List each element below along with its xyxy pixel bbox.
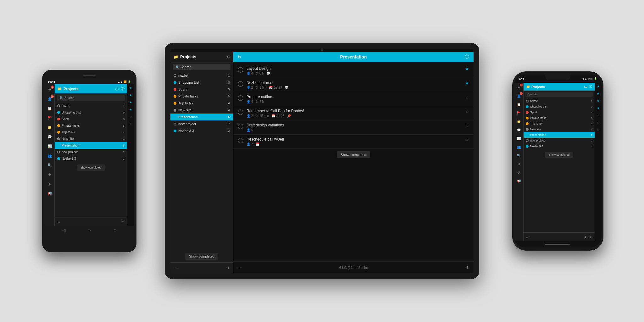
android-icon-inbox[interactable]: 👤4	[46, 96, 53, 103]
star-2[interactable]: ★	[129, 93, 132, 97]
task-circle[interactable]	[238, 124, 243, 129]
task-star[interactable]: ★	[465, 80, 469, 86]
task-star[interactable]: ☆	[465, 123, 469, 128]
android-icon-tasks[interactable]: 📋	[46, 105, 53, 112]
iphone-project-item[interactable]: Private tasks5	[524, 115, 595, 121]
task-star[interactable]: ★	[465, 66, 469, 71]
iphone-star-4[interactable]: ★	[597, 106, 600, 110]
iphone-icon-starred[interactable]: ★9	[516, 84, 522, 91]
iphone-icon-flag[interactable]: 🚩	[516, 110, 522, 116]
iphone-add2-button[interactable]: +	[589, 234, 592, 240]
task-item[interactable]: Draft design variations👤 5☆	[233, 120, 474, 135]
footer-more-button[interactable]: ···	[238, 265, 242, 270]
android-icon-projects[interactable]: 📁	[46, 124, 53, 131]
iphone-icon-projects[interactable]: 📁	[516, 118, 522, 125]
task-circle[interactable]	[238, 67, 243, 73]
android-icon-stats[interactable]: 📊	[46, 143, 53, 150]
task-star[interactable]: ☆	[465, 109, 469, 114]
android-project-item[interactable]: Presentation6	[55, 142, 127, 149]
iphone-icon-stats[interactable]: 📊	[516, 135, 522, 142]
iphone-project-item[interactable]: Nozbe 3.33	[524, 143, 595, 149]
task-item[interactable]: Nozbe features👤 2⏱ 1.5 h📅 Jul 29💬★	[233, 78, 474, 92]
refresh-icon[interactable]: ↻	[238, 54, 242, 59]
iphone-add-button[interactable]: +	[584, 234, 587, 240]
iphone-icon-inbox[interactable]: 👤4	[516, 93, 522, 99]
android-project-item[interactable]: New site4	[55, 136, 127, 142]
android-icon-settings[interactable]: ⚙	[46, 171, 53, 178]
iphone-star-7[interactable]: ☆	[597, 128, 600, 131]
star-1[interactable]: ★	[129, 86, 132, 90]
task-circle[interactable]	[238, 95, 243, 101]
android-tag-icon[interactable]: 🏷	[115, 87, 119, 91]
iphone-icon-search[interactable]: 🔍	[516, 152, 522, 158]
iphone-project-item[interactable]: Trip to NY4	[524, 121, 595, 126]
task-item[interactable]: Reschedule call w/Jeff👤 2📅☆	[233, 135, 474, 149]
sidebar-project-item[interactable]: Private tasks5	[170, 93, 233, 100]
show-completed-button[interactable]: Show completed	[185, 253, 218, 260]
iphone-project-item[interactable]: Sport3	[524, 109, 595, 115]
iphone-project-item[interactable]: nozbe1	[524, 98, 595, 104]
android-icon-flag[interactable]: 🚩	[46, 114, 53, 121]
sidebar-project-item[interactable]: Trip to NY4	[170, 100, 233, 107]
android-project-item[interactable]: new project7	[55, 149, 127, 155]
back-button[interactable]: ◁	[63, 228, 65, 232]
android-info-icon[interactable]: ⓘ	[121, 86, 125, 92]
iphone-info-icon[interactable]: ⓘ	[589, 84, 592, 89]
iphone-project-item[interactable]: new project7	[524, 138, 595, 143]
sidebar-project-item[interactable]: Nozbe 3.33	[170, 127, 233, 134]
android-project-item[interactable]: Sport3	[55, 116, 127, 122]
iphone-project-item[interactable]: Presentation6	[524, 132, 595, 138]
star-6[interactable]: ☆	[129, 122, 132, 126]
add-project-button[interactable]: +	[227, 265, 230, 271]
iphone-project-item[interactable]: New site4	[524, 126, 595, 132]
task-item[interactable]: Prepare outline👤 4⏱ 2 h☆	[233, 92, 474, 106]
task-circle[interactable]	[238, 138, 243, 143]
iphone-star-5[interactable]: ☆	[597, 114, 600, 117]
iphone-project-item[interactable]: Shopping List9	[524, 104, 595, 109]
task-circle[interactable]	[238, 81, 243, 87]
android-search[interactable]: 🔍 Search	[57, 95, 125, 101]
iphone-star-2[interactable]: ★	[597, 92, 600, 95]
sidebar-project-item[interactable]: nozbe1	[170, 72, 233, 79]
info-icon[interactable]: ⓘ	[465, 54, 469, 60]
android-project-item[interactable]: Shopping List9	[55, 109, 127, 116]
task-item[interactable]: Layout Design👤 4⏱ 8 h💬★	[233, 64, 474, 78]
android-project-item[interactable]: Trip to NY4	[55, 129, 127, 136]
star-5[interactable]: ☆	[129, 115, 132, 119]
android-project-item[interactable]: Nozbe 3.33	[55, 155, 127, 162]
android-more-button[interactable]: ···	[57, 219, 61, 224]
more-button[interactable]: ···	[174, 265, 178, 271]
iphone-search[interactable]: Search	[525, 92, 593, 97]
sidebar-project-item[interactable]: Presentation6	[170, 114, 233, 120]
android-add-button[interactable]: +	[122, 219, 125, 224]
task-star[interactable]: ☆	[465, 137, 469, 142]
sidebar-project-item[interactable]: New site4	[170, 107, 233, 114]
task-circle[interactable]	[238, 109, 243, 115]
star-4[interactable]: ★	[129, 108, 132, 111]
android-icon-announcements[interactable]: 📢	[46, 190, 53, 197]
iphone-tag-icon[interactable]: 🏷	[584, 85, 587, 89]
sidebar-project-item[interactable]: Sport3	[170, 86, 233, 93]
tablet-show-completed-button[interactable]: Show completed	[337, 151, 370, 158]
android-project-item[interactable]: nozbe1	[55, 103, 127, 109]
android-icon-team[interactable]: 👥	[46, 152, 53, 159]
iphone-icon-billing[interactable]: $	[516, 169, 522, 175]
iphone-icon-chat[interactable]: 💬	[516, 127, 522, 133]
iphone-star-6[interactable]: ☆	[597, 121, 600, 124]
android-icon-chat[interactable]: 💬	[46, 133, 53, 140]
android-icon-search[interactable]: 🔍	[46, 162, 53, 169]
iphone-more-button[interactable]: ···	[526, 235, 529, 239]
iphone-icon-announcements[interactable]: 📢	[516, 178, 522, 184]
task-item[interactable]: Remember to Call Ben for Photos!👤 2⏱ 15 …	[233, 106, 474, 120]
iphone-star-1[interactable]: ★	[597, 85, 600, 88]
recent-button[interactable]: □	[114, 228, 116, 232]
sidebar-project-item[interactable]: new project7	[170, 120, 233, 127]
iphone-star-3[interactable]: ★	[597, 99, 600, 103]
android-project-item[interactable]: Private tasks5	[55, 122, 127, 129]
sidebar-search[interactable]: 🔍 Search	[173, 64, 230, 70]
sidebar-project-item[interactable]: Shopping List9	[170, 79, 233, 86]
iphone-icon-settings[interactable]: ⚙	[516, 161, 522, 167]
android-show-completed-button[interactable]: Show completed	[77, 164, 105, 171]
iphone-show-completed-button[interactable]: Show completed	[545, 152, 574, 158]
star-3[interactable]: ★	[129, 101, 132, 104]
